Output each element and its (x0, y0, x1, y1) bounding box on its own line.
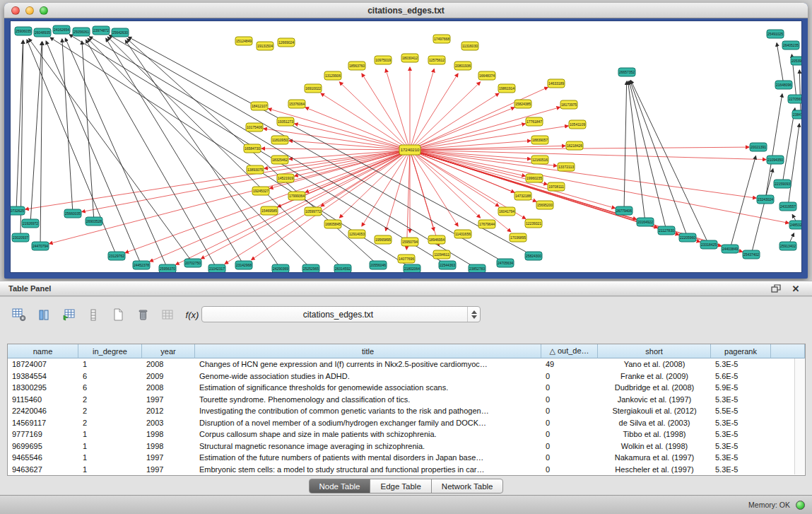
table-cell[interactable]: 6 (78, 372, 142, 380)
column-header-title[interactable]: title (195, 344, 541, 358)
table-cell[interactable]: 2 (78, 407, 142, 415)
graph-node[interactable]: 11094611 (433, 250, 450, 259)
table-cell[interactable]: Embryonic stem cells: a model to study s… (195, 465, 541, 474)
table-cell[interactable]: 2008 (142, 383, 195, 392)
graph-node[interactable]: 23852783 (469, 264, 486, 272)
tab-edge-table[interactable]: Edge Table (370, 479, 431, 493)
table-scrollbar[interactable] (794, 358, 804, 474)
table-cell[interactable]: 19384554 (8, 372, 78, 380)
graph-node[interactable]: 25906035 (15, 27, 32, 35)
float-panel-icon[interactable] (770, 283, 782, 294)
column-header-short[interactable]: short (598, 344, 711, 358)
table-cell[interactable]: 9463627 (8, 465, 78, 474)
table-row[interactable]: 946362711997Embryonic stem cells: a mode… (8, 464, 805, 476)
graph-node[interactable]: 11431656 (454, 230, 471, 238)
graph-node[interactable]: 19861914 (498, 84, 515, 93)
table-cell[interactable]: 5.5E-5 (711, 407, 771, 415)
graph-node[interactable]: 10975019 (375, 56, 392, 64)
table-cell[interactable]: 5.3E-5 (711, 453, 771, 462)
network-window-titlebar[interactable]: citations_edges.txt (4, 3, 808, 18)
graph-node[interactable]: 15695200 (536, 201, 553, 209)
tab-network-table[interactable]: Network Table (431, 479, 504, 493)
graph-node[interactable]: 20556046 (370, 261, 387, 269)
table-cell[interactable]: 9699695 (8, 442, 78, 450)
table-row[interactable]: 977716911998Corpus callosum shape and si… (8, 428, 805, 440)
table-cell[interactable]: Tibbo et al. (1998) (598, 430, 711, 438)
table-cell[interactable]: Changes of HCN gene expression and I(f) … (195, 360, 541, 368)
graph-node[interactable]: 12160516 (531, 156, 548, 164)
table-cell[interactable]: 22420046 (8, 407, 78, 415)
table-row[interactable]: 946554611997Estimation of the future num… (8, 452, 805, 464)
graph-node[interactable]: 26657352 (618, 68, 635, 76)
graph-node[interactable]: 14077696 (398, 255, 415, 263)
table-row[interactable]: 1938455462009Genome-wide association stu… (8, 370, 805, 382)
graph-node[interactable]: 18412107 (251, 102, 268, 110)
graph-node[interactable]: 22544363 (439, 261, 456, 269)
table-cell[interactable]: 0 (541, 419, 598, 427)
table-cell[interactable]: 9465546 (8, 453, 78, 462)
graph-node[interactable]: 25824300 (525, 252, 542, 260)
column-header-out_de[interactable]: △ out_de… (541, 344, 598, 358)
table-cell[interactable]: Hescheler et al. (1997) (598, 465, 711, 474)
graph-node[interactable]: 15824385 (514, 100, 531, 108)
column-header-in_degree[interactable]: in_degree (78, 344, 142, 358)
graph-node[interactable]: 21127830 (658, 226, 675, 235)
table-cell[interactable]: 9115460 (8, 395, 78, 404)
show-columns-icon[interactable] (33, 305, 54, 325)
table-cell[interactable]: 0 (541, 430, 598, 438)
row-height-icon[interactable] (83, 305, 104, 325)
table-cell[interactable]: 1997 (142, 395, 195, 404)
table-cell[interactable]: Jankovic et al. (1997) (598, 395, 711, 404)
graph-node[interactable]: 19565895 (375, 235, 392, 244)
table-cell[interactable]: Structural magnetic resonance image aver… (195, 442, 541, 450)
table-cell[interactable]: 2 (78, 419, 142, 427)
graph-node[interactable]: 14633189 (548, 79, 565, 88)
graph-node[interactable]: 17240210 (399, 145, 420, 155)
table-cell[interactable]: 0 (541, 465, 598, 474)
table-cell[interactable]: 5.3E-5 (711, 442, 771, 450)
table-cell[interactable]: 0 (541, 453, 598, 462)
graph-node[interactable]: 23243024 (757, 195, 774, 204)
table-cell[interactable]: 18724007 (8, 360, 78, 368)
graph-node[interactable]: 23020937 (12, 233, 29, 242)
graph-node[interactable]: 18839057 (531, 136, 548, 144)
graph-node[interactable]: 24319557 (779, 202, 796, 211)
graph-node[interactable]: 26314592 (334, 264, 351, 272)
network-canvas-svg[interactable]: 2590603526048935241626542505606123974872… (11, 21, 801, 272)
graph-node[interactable]: 22205960 (679, 233, 696, 242)
column-header-year[interactable]: year (142, 344, 195, 358)
table-cell[interactable]: 1 (78, 430, 142, 438)
table-mode-icon[interactable] (8, 305, 30, 325)
graph-node[interactable]: 25642630 (112, 28, 129, 37)
table-row[interactable]: 1456911722003Disruption of a novel membe… (8, 417, 805, 429)
graph-node[interactable]: 25660035 (64, 209, 81, 218)
graph-node[interactable]: 17761847 (526, 117, 543, 126)
table-cell[interactable]: 6 (78, 383, 142, 392)
graph-node[interactable]: 17999364 (288, 192, 305, 200)
table-cell[interactable]: 1 (78, 453, 142, 462)
table-cell[interactable]: 0 (541, 407, 598, 415)
graph-node[interactable]: 18563760 (348, 62, 365, 70)
graph-node[interactable]: 18030412 (401, 54, 418, 62)
table-cell[interactable]: 2 (78, 395, 142, 404)
table-cell[interactable]: 5.3E-5 (711, 395, 771, 404)
table-cell[interactable]: 5.3E-5 (711, 419, 771, 427)
graph-node[interactable]: 15469585 (261, 206, 278, 215)
table-cell[interactable]: 0 (541, 395, 598, 404)
graph-node[interactable]: 23318425 (700, 240, 717, 249)
graph-node[interactable]: 24290369 (272, 264, 289, 272)
graph-node[interactable]: 26405235 (782, 41, 799, 49)
table-cell[interactable]: 2003 (142, 419, 195, 427)
graph-node[interactable]: 26903528 (86, 217, 102, 226)
table-cell[interactable]: Dudbridge et al. (2008) (598, 383, 711, 392)
graph-node[interactable]: 19131504 (257, 42, 273, 50)
graph-node[interactable]: 17497668 (433, 35, 450, 43)
graph-node[interactable]: 16041794 (498, 207, 515, 216)
graph-node[interactable]: 11810950 (271, 136, 288, 144)
graph-node[interactable]: 10541109 (569, 120, 586, 129)
table-cell[interactable]: 2008 (142, 360, 195, 368)
graph-node[interactable]: 12914053 (348, 230, 365, 238)
table-cell[interactable]: 9777169 (8, 430, 78, 438)
graph-node[interactable]: 12239321 (525, 219, 542, 228)
table-row[interactable]: 969969511998Structural magnetic resonanc… (8, 440, 805, 452)
